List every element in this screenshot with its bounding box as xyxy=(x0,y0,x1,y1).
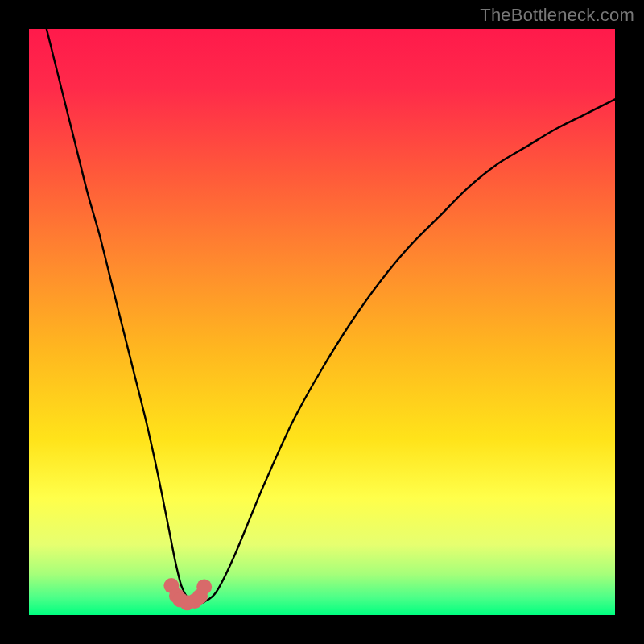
bottleneck-curve xyxy=(47,29,615,603)
chart-svg xyxy=(29,29,615,615)
chart-frame: TheBottleneck.com xyxy=(0,0,644,644)
minimum-markers xyxy=(163,578,212,610)
minimum-marker xyxy=(196,580,212,595)
watermark-text: TheBottleneck.com xyxy=(480,5,634,26)
plot-area xyxy=(29,29,615,615)
